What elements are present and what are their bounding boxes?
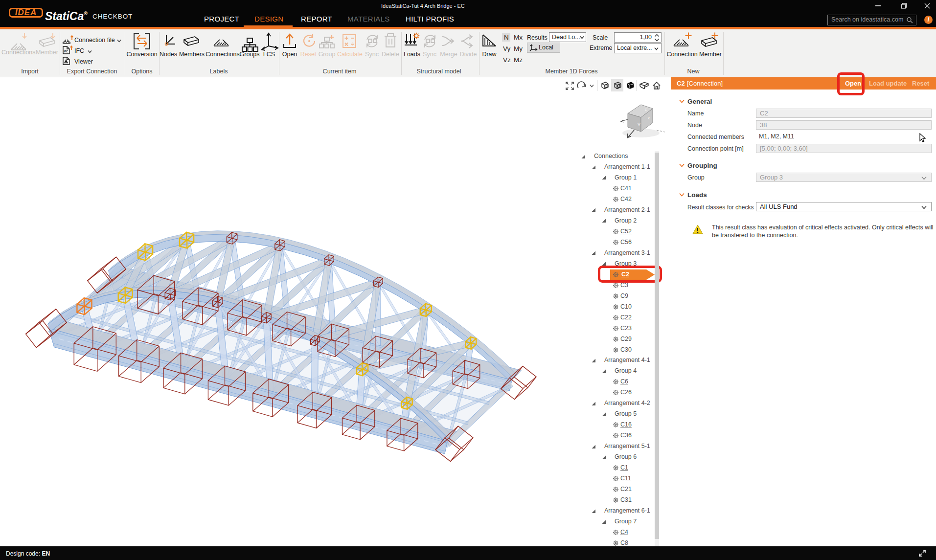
svg-text:IFC: IFC: [64, 50, 68, 53]
svg-text:-Y: -Y: [636, 122, 640, 127]
svg-text:x: x: [648, 116, 650, 120]
svg-text:z: z: [645, 107, 647, 112]
